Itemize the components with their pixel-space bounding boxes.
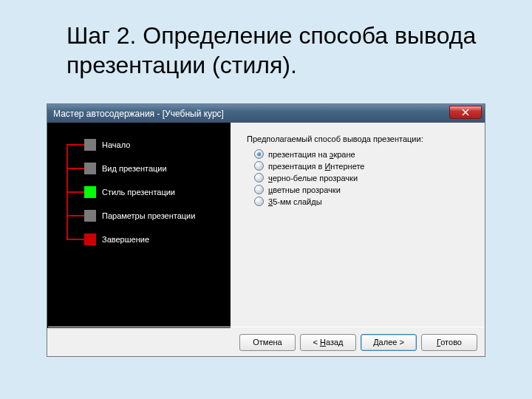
radio-option[interactable]: презентация на экране (254, 149, 476, 159)
slide-title: Шаг 2. Определение способа вывода презен… (0, 0, 532, 90)
step-label: Вид презентации (102, 164, 167, 173)
radio-option[interactable]: черно-белые прозрачки (254, 173, 476, 183)
radio-icon (254, 161, 264, 171)
finish-button-label: Готово (437, 338, 462, 347)
dialog-body: НачалоВид презентацииСтиль презентацииПа… (47, 123, 485, 328)
radio-label: цветные прозрачки (268, 185, 341, 194)
wizard-connector-stub (66, 239, 84, 240)
finish-button[interactable]: Готово (421, 334, 477, 351)
wizard-step[interactable]: Начало (84, 139, 130, 151)
radio-option[interactable]: презентация в Интернете (254, 161, 476, 171)
wizard-step[interactable]: Стиль презентации (84, 186, 175, 198)
wizard-step[interactable]: Завершение (84, 233, 149, 245)
wizard-step[interactable]: Вид презентации (84, 163, 167, 174)
radio-icon (254, 185, 264, 194)
radio-group: презентация на экранепрезентация в Интер… (247, 149, 476, 206)
step-box-icon (84, 139, 96, 151)
back-button[interactable]: < Назад (300, 334, 356, 351)
radio-icon (254, 149, 264, 159)
back-button-label: < Назад (313, 338, 343, 347)
step-box-icon (84, 186, 96, 198)
wizard-connector-stub (66, 144, 84, 146)
content-heading: Предполагаемый способ вывода презентации… (247, 134, 476, 143)
close-button[interactable] (449, 106, 482, 119)
cancel-button[interactable]: Отмена (239, 334, 296, 351)
step-box-icon (84, 163, 96, 174)
next-button-label: Далее > (373, 338, 404, 347)
step-label: Начало (102, 140, 130, 149)
separator (48, 327, 484, 327)
wizard-step[interactable]: Параметры презентации (84, 210, 195, 222)
step-box-icon (84, 210, 96, 222)
radio-label: презентация на экране (268, 150, 355, 159)
wizard-sidebar: НачалоВид презентацииСтиль презентацииПа… (47, 123, 231, 328)
dialog-window: Мастер автосодержания - [Учебный курс] Н… (47, 103, 485, 357)
radio-icon (254, 197, 264, 206)
wizard-connector-stub (66, 191, 84, 193)
step-label: Параметры презентации (102, 211, 195, 220)
content-pane: Предполагаемый способ вывода презентации… (231, 123, 485, 328)
step-box-icon (84, 233, 96, 245)
close-icon (462, 109, 469, 116)
radio-label: презентация в Интернете (268, 162, 364, 171)
radio-option[interactable]: 35-мм слайды (254, 197, 476, 206)
wizard-connector-stub (66, 168, 84, 169)
window-title: Мастер автосодержания - [Учебный курс] (53, 109, 224, 119)
radio-icon (254, 173, 264, 183)
button-bar: Отмена < Назад Далее > Готово (47, 328, 485, 356)
step-label: Завершение (102, 235, 149, 244)
wizard-connector-stub (66, 215, 84, 216)
titlebar: Мастер автосодержания - [Учебный курс] (47, 104, 485, 123)
radio-option[interactable]: цветные прозрачки (254, 185, 476, 194)
next-button[interactable]: Далее > (361, 334, 417, 351)
step-label: Стиль презентации (102, 188, 175, 197)
radio-label: 35-мм слайды (268, 197, 322, 206)
radio-label: черно-белые прозрачки (268, 174, 358, 183)
